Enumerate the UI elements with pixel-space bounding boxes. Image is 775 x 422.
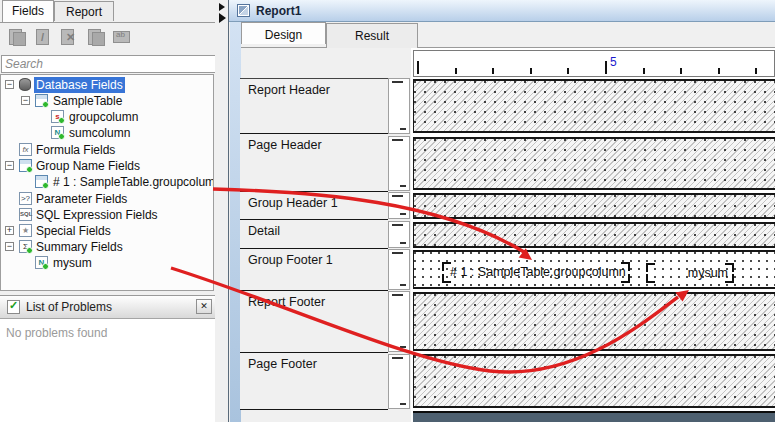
collapse-icon[interactable]: − (5, 161, 14, 170)
fields-panel-tabbar: Fields Report (0, 0, 215, 23)
band-canvas-page-footer[interactable] (413, 354, 775, 408)
report-designer: Fields Report / ✕ ab − Database Fields −… (0, 0, 775, 422)
band-canvas-group-footer-1[interactable]: # 1 : SampleTable.groupcolumn mysum (413, 250, 775, 289)
parameter-icon: >? (19, 192, 32, 205)
splitter-arrow-icon[interactable] (219, 13, 226, 23)
tab-report[interactable]: Report (54, 1, 114, 21)
linked-badge-icon (42, 182, 49, 189)
number-column-icon: N (51, 126, 64, 139)
tree-item-label: SQL Expression Fields (34, 207, 160, 223)
band-ruler (388, 192, 410, 219)
band-label-text: Report Footer (248, 295, 325, 309)
copy-field-icon[interactable] (85, 27, 105, 46)
ruler-number: 5 (610, 55, 617, 69)
canvas-bottom-strip (413, 411, 775, 422)
collapse-icon[interactable]: − (5, 80, 14, 89)
tree-item-label: Database Fields (34, 77, 125, 93)
tree-item-group1[interactable]: # 1 : SampleTable.groupcolumn (1, 174, 213, 190)
tree-item-summary-fields[interactable]: − Σ Summary Fields (1, 239, 213, 255)
tree-item-label: Group Name Fields (34, 158, 142, 174)
band-canvas-group-header-1[interactable] (413, 193, 775, 219)
design-field-groupcolumn[interactable]: # 1 : SampleTable.groupcolumn (443, 263, 629, 282)
tree-item-label: # 1 : SampleTable.groupcolumn (51, 174, 214, 190)
problems-message: No problems found (6, 326, 107, 340)
expand-icon[interactable]: + (5, 226, 14, 235)
collapse-icon[interactable]: − (5, 242, 14, 251)
field-text: # 1 : SampleTable.groupcolumn (443, 263, 629, 282)
tree-item-label: Special Fields (34, 223, 113, 239)
fields-toolbar: / ✕ ab (0, 22, 215, 52)
band-canvas-page-header[interactable] (413, 137, 775, 190)
tree-item-sumcolumn[interactable]: N sumcolumn (1, 125, 213, 141)
design-canvas: 5 # 1 : SampleTable.groupcolumn (411, 48, 775, 422)
search-input[interactable] (1, 55, 220, 73)
problems-panel: List of Problems ✕ No problems found (0, 295, 215, 422)
panel-splitter[interactable] (215, 0, 228, 422)
tree-item-mysum[interactable]: N mysum (1, 255, 213, 271)
summary-icon: Σ (19, 240, 32, 253)
new-field-icon[interactable] (6, 27, 26, 46)
table-icon (35, 94, 48, 107)
group-name-icon (35, 175, 48, 188)
report-window-icon (237, 4, 250, 17)
tree-item-label: sumcolumn (67, 125, 132, 141)
report-window-titlebar[interactable]: Report1 (229, 0, 775, 22)
design-field-mysum[interactable]: mysum (647, 264, 733, 282)
group-name-icon (19, 159, 32, 172)
edit-field-icon[interactable]: / (33, 27, 53, 46)
band-label-page-header[interactable]: Page Header (240, 134, 388, 192)
horizontal-ruler: 5 (413, 50, 775, 77)
tab-fields[interactable]: Fields (2, 0, 54, 22)
tree-item-label: Formula Fields (34, 142, 117, 158)
formula-icon: fx (19, 143, 32, 156)
number-column-icon: N (35, 256, 48, 269)
band-label-text: Page Header (248, 138, 322, 152)
tree-item-formula-fields[interactable]: fx Formula Fields (1, 142, 213, 158)
tree-item-sampletable[interactable]: − SampleTable (1, 93, 213, 109)
tree-item-group-name-fields[interactable]: − Group Name Fields (1, 158, 213, 174)
tree-item-label: Summary Fields (34, 239, 125, 255)
band-label-report-header[interactable]: Report Header (240, 78, 388, 134)
band-label-group-header-1[interactable]: Group Header 1 (240, 192, 388, 220)
tab-result[interactable]: Result (326, 23, 418, 48)
problems-header: List of Problems ✕ (0, 296, 215, 319)
tree-item-special-fields[interactable]: + ★ Special Fields (1, 223, 213, 239)
band-ruler (388, 249, 410, 290)
tree-item-label: groupcolumn (67, 109, 140, 125)
band-label-text: Page Footer (248, 357, 317, 371)
band-label-report-footer[interactable]: Report Footer (240, 291, 388, 353)
band-ruler (388, 354, 410, 409)
band-label-page-footer[interactable]: Page Footer (240, 353, 388, 410)
band-canvas-report-header[interactable] (413, 79, 775, 133)
problems-check-icon (7, 300, 20, 314)
linked-badge-icon (26, 166, 33, 173)
tree-item-sql-expression-fields[interactable]: SQL SQL Expression Fields (1, 207, 213, 223)
linked-badge-icon (42, 101, 49, 108)
band-ruler (388, 291, 410, 352)
collapse-icon[interactable]: − (21, 96, 30, 105)
delete-field-icon[interactable]: ✕ (58, 27, 78, 46)
band-label-text: Detail (248, 224, 280, 238)
band-label-group-footer-1[interactable]: Group Footer 1 (240, 249, 388, 291)
linked-badge-icon (26, 247, 33, 254)
tree-item-groupcolumn[interactable]: s groupcolumn (1, 109, 213, 125)
tree-item-parameter-fields[interactable]: >? Parameter Fields (1, 191, 213, 207)
field-text: mysum (647, 264, 733, 282)
rename-field-icon[interactable]: ab (110, 27, 130, 46)
special-icon: ★ (19, 224, 32, 237)
band-label-detail[interactable]: Detail (240, 220, 388, 249)
band-ruler (388, 78, 410, 134)
sql-icon: SQL (19, 208, 32, 221)
band-canvas-report-footer[interactable] (413, 292, 775, 351)
problems-title: List of Problems (26, 300, 112, 314)
band-canvas-detail[interactable] (413, 222, 775, 248)
tree-item-label: mysum (51, 255, 94, 271)
tree-item-database-fields[interactable]: − Database Fields (1, 77, 213, 93)
tab-design[interactable]: Design (241, 22, 326, 44)
fields-panel: Fields Report / ✕ ab − Database Fields −… (0, 0, 215, 422)
tree-item-label: SampleTable (51, 93, 124, 109)
string-column-icon: s (51, 110, 64, 123)
fields-tree: − Database Fields − SampleTable s groupc… (0, 74, 214, 291)
close-problems-button[interactable]: ✕ (196, 299, 212, 314)
splitter-arrow-icon[interactable] (219, 3, 225, 11)
